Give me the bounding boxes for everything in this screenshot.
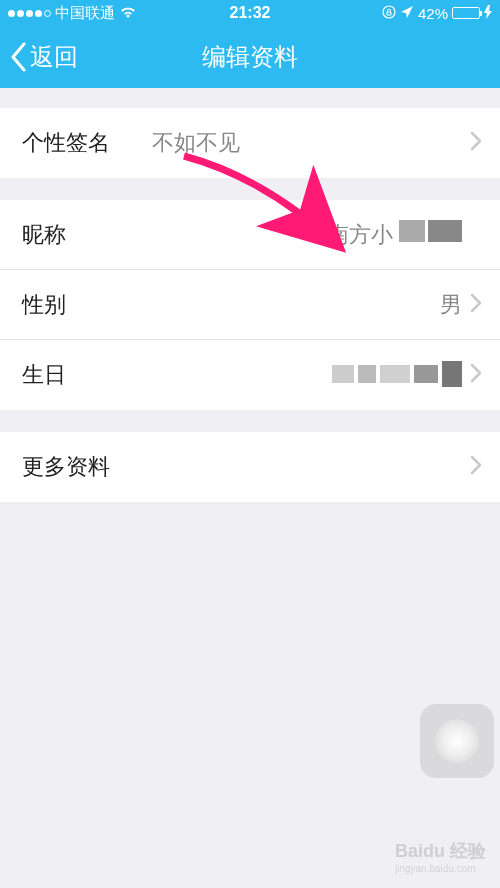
status-time: 21:32 <box>230 4 271 22</box>
signature-label: 个性签名 <box>22 128 152 158</box>
page-title: 编辑资料 <box>202 41 298 73</box>
chevron-right-icon <box>470 131 482 155</box>
watermark-brand: Baidu 经验 <box>395 841 486 861</box>
censored-text <box>399 220 462 242</box>
gender-value: 男 <box>152 290 470 320</box>
location-icon <box>400 5 414 22</box>
section-more: 更多资料 <box>0 432 500 502</box>
section-profile: 昵称 南方小 性别 男 生日 <box>0 200 500 410</box>
battery-icon <box>452 7 480 19</box>
status-left: 中国联通 <box>8 4 230 23</box>
carrier-label: 中国联通 <box>55 4 115 23</box>
signal-strength-icon <box>8 10 51 17</box>
chevron-left-icon <box>10 42 28 72</box>
assistive-touch-button[interactable] <box>420 704 494 778</box>
gender-label: 性别 <box>22 290 152 320</box>
row-nickname[interactable]: 昵称 南方小 <box>0 200 500 270</box>
row-birthday[interactable]: 生日 <box>0 340 500 410</box>
wifi-icon <box>119 5 137 22</box>
nav-bar: 返回 编辑资料 <box>0 26 500 88</box>
back-label: 返回 <box>30 41 78 73</box>
watermark: Baidu 经验 jingyan.baidu.com <box>395 839 486 874</box>
watermark-url: jingyan.baidu.com <box>395 863 486 874</box>
back-button[interactable]: 返回 <box>10 41 78 73</box>
chevron-right-icon <box>470 363 482 387</box>
status-right: 42% <box>270 5 492 22</box>
row-signature[interactable]: 个性签名 不如不见 <box>0 108 500 178</box>
nickname-value: 南方小 <box>152 220 470 250</box>
battery-percent: 42% <box>418 5 448 22</box>
more-label: 更多资料 <box>22 452 110 482</box>
nickname-prefix: 南方小 <box>327 222 393 247</box>
birthday-label: 生日 <box>22 360 152 390</box>
chevron-right-icon <box>470 455 482 479</box>
charging-icon <box>484 5 492 22</box>
assistive-touch-icon <box>435 719 479 763</box>
row-gender[interactable]: 性别 男 <box>0 270 500 340</box>
row-more[interactable]: 更多资料 <box>0 432 500 502</box>
chevron-right-icon <box>470 293 482 317</box>
birthday-value <box>152 361 470 389</box>
signature-value: 不如不见 <box>152 128 470 158</box>
nickname-label: 昵称 <box>22 220 152 250</box>
orientation-lock-icon <box>382 5 396 22</box>
section-signature: 个性签名 不如不见 <box>0 108 500 178</box>
censored-text <box>332 361 462 387</box>
status-bar: 中国联通 21:32 42% <box>0 0 500 26</box>
